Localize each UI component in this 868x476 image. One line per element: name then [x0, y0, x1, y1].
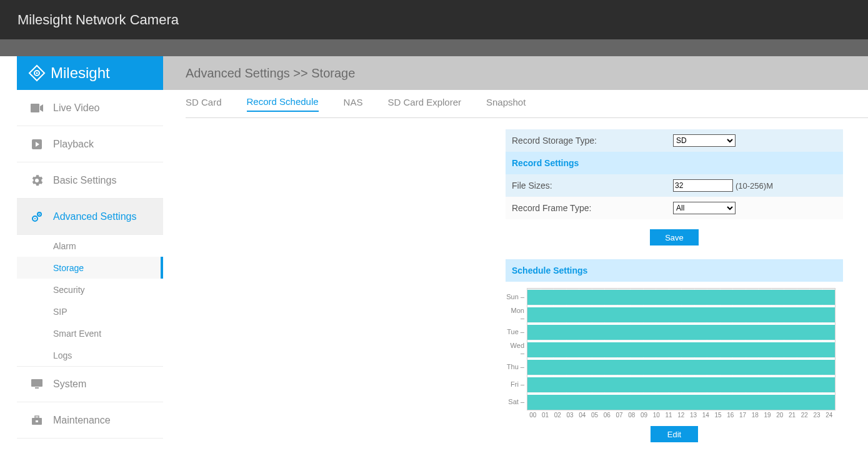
schedule-hour-label: 23 — [811, 412, 823, 419]
svg-rect-3 — [31, 104, 39, 112]
schedule-hour-label: 11 — [662, 412, 675, 419]
storage-type-select[interactable]: SD — [673, 134, 736, 147]
tabs: SD Card Record Schedule NAS SD Card Expl… — [163, 90, 868, 117]
schedule-chart-wrap: Sun –Mon –Tue –Wed –Thu –Fri –Sat – 0001… — [506, 288, 843, 442]
sidebar-item-label: Maintenance — [53, 415, 111, 426]
schedule-day-bar — [527, 325, 835, 340]
schedule-hour-label: 10 — [651, 412, 663, 419]
main-layout: Milesight Live Video Playback Basic Sett… — [0, 56, 868, 476]
record-settings-header: Record Settings — [506, 152, 843, 174]
schedule-day-labels: Sun –Mon –Tue –Wed –Thu –Fri –Sat – — [506, 288, 527, 410]
sidebar: Milesight Live Video Playback Basic Sett… — [17, 56, 163, 476]
sidebar-item-playback[interactable]: Playback — [17, 126, 163, 162]
tab-record-schedule[interactable]: Record Schedule — [247, 96, 319, 112]
schedule-day-bar — [527, 395, 835, 410]
sidebar-sub-smart-event[interactable]: Smart Event — [17, 322, 163, 344]
schedule-hour-label: 13 — [687, 412, 700, 419]
schedule-day-label: Sun – — [506, 289, 524, 305]
svg-rect-11 — [31, 379, 42, 387]
schedule-day-label: Fri – — [506, 376, 524, 393]
svg-point-10 — [39, 214, 40, 215]
video-icon — [31, 102, 43, 114]
file-sizes-suffix: (10-256)M — [736, 181, 773, 191]
sidebar-item-basic-settings[interactable]: Basic Settings — [17, 162, 163, 199]
svg-point-2 — [36, 72, 38, 74]
schedule-hour-label: 05 — [589, 412, 601, 419]
sidebar-item-live-video[interactable]: Live Video — [17, 90, 163, 126]
schedule-day-label: Thu – — [506, 359, 524, 375]
briefcase-icon — [31, 415, 43, 426]
schedule-day-label: Wed – — [506, 341, 524, 358]
schedule-hour-label: 07 — [613, 412, 626, 419]
sidebar-item-system[interactable]: System — [17, 366, 163, 402]
file-sizes-label: File Sizes: — [512, 181, 673, 191]
record-frame-label: Record Frame Type: — [512, 203, 673, 213]
sidebar-item-label: Logs — [53, 350, 72, 360]
schedule-day-bar — [527, 377, 835, 392]
sidebar-sub-alarm[interactable]: Alarm — [17, 235, 163, 257]
svg-marker-4 — [40, 104, 43, 112]
schedule-grid-canvas[interactable] — [527, 288, 836, 410]
app-title: Milesight Network Camera — [17, 12, 179, 28]
record-frame-select[interactable]: All — [673, 202, 736, 214]
breadcrumb: Advanced Settings >> Storage — [186, 66, 355, 81]
tab-label: NAS — [344, 97, 363, 107]
tab-nas[interactable]: NAS — [344, 97, 363, 111]
schedule-hour-label: 20 — [774, 412, 786, 419]
tab-label: Snapshot — [486, 97, 526, 107]
tab-sd-card[interactable]: SD Card — [186, 97, 222, 111]
monitor-icon — [31, 379, 43, 390]
row-storage-type: Record Storage Type: SD — [506, 129, 843, 152]
schedule-settings-header: Schedule Settings — [506, 259, 843, 282]
schedule-hour-label: 03 — [564, 412, 576, 419]
schedule-day-bar — [527, 307, 835, 322]
sidebar-item-label: SIP — [53, 307, 67, 317]
logo: Milesight — [17, 56, 163, 90]
schedule-day-bar — [527, 360, 835, 375]
tab-label: SD Card Explorer — [387, 97, 461, 107]
schedule-chart: Sun –Mon –Tue –Wed –Thu –Fri –Sat – 0001… — [506, 288, 843, 419]
schedule-hour-label: 19 — [761, 412, 774, 419]
sidebar-sub-logs[interactable]: Logs — [17, 344, 163, 366]
tab-snapshot[interactable]: Snapshot — [486, 97, 526, 111]
schedule-hour-label: 00 — [527, 412, 539, 419]
file-sizes-input[interactable] — [673, 179, 733, 192]
schedule-hour-label: 06 — [601, 412, 614, 419]
schedule-hour-label: 18 — [749, 412, 762, 419]
tab-label: SD Card — [186, 97, 222, 107]
schedule-day-label: Sat – — [506, 394, 524, 410]
sidebar-item-advanced-settings[interactable]: Advanced Settings — [17, 199, 163, 235]
schedule-hour-label: 22 — [799, 412, 811, 419]
save-button[interactable]: Save — [650, 229, 699, 245]
schedule-day-bar — [527, 290, 835, 305]
sidebar-item-label: Advanced Settings — [53, 211, 136, 222]
settings-block: Record Storage Type: SD Record Settings … — [506, 129, 843, 442]
schedule-hour-label: 04 — [576, 412, 589, 419]
schedule-hour-label: 15 — [712, 412, 724, 419]
schedule-hour-label: 24 — [823, 412, 836, 419]
schedule-hour-label: 01 — [539, 412, 552, 419]
grey-bar — [0, 39, 868, 56]
sidebar-sub-storage[interactable]: Storage — [17, 257, 163, 279]
row-file-sizes: File Sizes: (10-256)M — [506, 174, 843, 197]
top-header: Milesight Network Camera — [0, 0, 868, 39]
gear-icon — [31, 175, 43, 186]
svg-rect-14 — [35, 416, 39, 418]
edit-button[interactable]: Edit — [651, 426, 698, 442]
sidebar-item-maintenance[interactable]: Maintenance — [17, 402, 163, 439]
tab-sd-card-explorer[interactable]: SD Card Explorer — [387, 97, 461, 111]
gears-icon — [31, 211, 43, 222]
schedule-grid-outer: 0001020304050607080910111213141516171819… — [527, 288, 836, 419]
sidebar-item-label: Live Video — [53, 102, 99, 114]
play-icon — [31, 139, 43, 150]
svg-point-9 — [34, 218, 36, 219]
sidebar-item-label: Smart Event — [53, 329, 101, 339]
storage-type-label: Record Storage Type: — [512, 136, 673, 146]
schedule-hour-label: 16 — [724, 412, 737, 419]
milesight-logo-icon — [28, 64, 46, 82]
sidebar-sub-sip[interactable]: SIP — [17, 300, 163, 322]
sidebar-sub-security[interactable]: Security — [17, 279, 163, 300]
schedule-hour-label: 12 — [675, 412, 687, 419]
sidebar-item-label: System — [53, 379, 86, 390]
advanced-settings-sublist: Alarm Storage Security SIP Smart Event L… — [17, 235, 163, 366]
